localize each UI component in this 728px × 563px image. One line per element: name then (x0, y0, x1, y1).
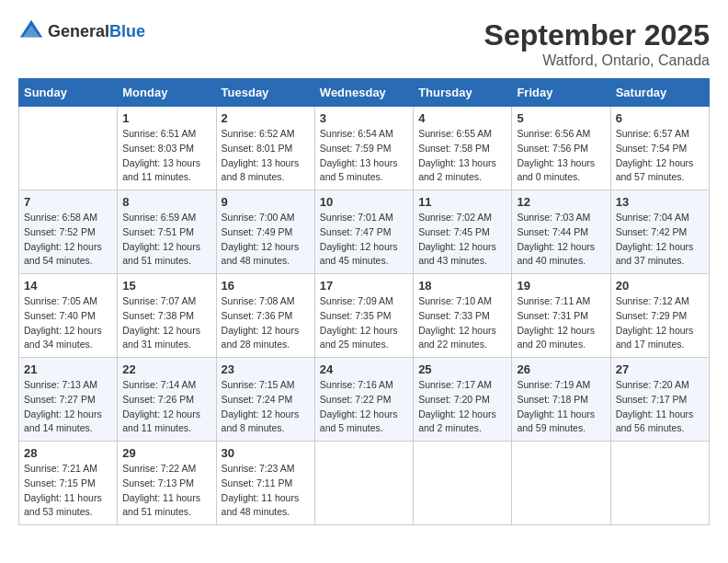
day-number: 13 (616, 195, 704, 209)
day-number: 14 (24, 279, 112, 293)
month-year-title: September 2025 (484, 18, 710, 52)
day-info: Sunrise: 7:03 AMSunset: 7:44 PMDaylight:… (517, 211, 605, 269)
day-number: 24 (320, 362, 408, 376)
day-number: 26 (517, 362, 605, 376)
calendar-cell: 25Sunrise: 7:17 AMSunset: 7:20 PMDayligh… (414, 358, 512, 442)
calendar-cell: 4Sunrise: 6:55 AMSunset: 7:58 PMDaylight… (414, 107, 512, 190)
column-header-thursday: Thursday (414, 79, 512, 107)
day-number: 25 (418, 362, 506, 376)
day-info: Sunrise: 7:14 AMSunset: 7:26 PMDaylight:… (122, 378, 210, 436)
calendar-cell (610, 442, 709, 525)
day-info: Sunrise: 7:01 AMSunset: 7:47 PMDaylight:… (320, 211, 408, 269)
calendar-table: SundayMondayTuesdayWednesdayThursdayFrid… (18, 78, 710, 525)
logo-general-text: General (48, 22, 109, 40)
location-subtitle: Watford, Ontario, Canada (484, 52, 710, 69)
day-number: 7 (24, 195, 112, 209)
day-info: Sunrise: 6:54 AMSunset: 7:59 PMDaylight:… (320, 127, 408, 185)
day-info: Sunrise: 7:15 AMSunset: 7:24 PMDaylight:… (222, 378, 310, 436)
calendar-week-row: 21Sunrise: 7:13 AMSunset: 7:27 PMDayligh… (19, 358, 710, 442)
day-number: 12 (517, 195, 605, 209)
day-number: 8 (122, 195, 210, 209)
day-info: Sunrise: 7:11 AMSunset: 7:31 PMDaylight:… (517, 294, 605, 352)
day-number: 28 (24, 446, 112, 460)
day-number: 6 (616, 111, 704, 125)
column-header-wednesday: Wednesday (314, 79, 413, 107)
day-number: 23 (222, 362, 310, 376)
calendar-cell: 13Sunrise: 7:04 AMSunset: 7:42 PMDayligh… (610, 190, 709, 274)
day-number: 2 (222, 111, 310, 125)
day-number: 3 (320, 111, 408, 125)
day-info: Sunrise: 7:16 AMSunset: 7:22 PMDaylight:… (320, 378, 408, 436)
calendar-cell: 29Sunrise: 7:22 AMSunset: 7:13 PMDayligh… (118, 442, 216, 525)
calendar-week-row: 7Sunrise: 6:58 AMSunset: 7:52 PMDaylight… (19, 190, 710, 274)
day-info: Sunrise: 6:52 AMSunset: 8:01 PMDaylight:… (222, 127, 310, 185)
day-info: Sunrise: 6:57 AMSunset: 7:54 PMDaylight:… (616, 127, 704, 185)
page-header: GeneralBlue September 2025 Watford, Onta… (18, 18, 710, 69)
calendar-week-row: 14Sunrise: 7:05 AMSunset: 7:40 PMDayligh… (19, 274, 710, 358)
calendar-cell: 30Sunrise: 7:23 AMSunset: 7:11 PMDayligh… (216, 442, 314, 525)
calendar-cell: 14Sunrise: 7:05 AMSunset: 7:40 PMDayligh… (19, 274, 118, 358)
day-info: Sunrise: 7:12 AMSunset: 7:29 PMDaylight:… (616, 294, 704, 352)
day-info: Sunrise: 7:04 AMSunset: 7:42 PMDaylight:… (616, 211, 704, 269)
calendar-cell: 10Sunrise: 7:01 AMSunset: 7:47 PMDayligh… (314, 190, 413, 274)
calendar-cell: 24Sunrise: 7:16 AMSunset: 7:22 PMDayligh… (314, 358, 413, 442)
calendar-cell: 5Sunrise: 6:56 AMSunset: 7:56 PMDaylight… (512, 107, 610, 190)
day-info: Sunrise: 7:13 AMSunset: 7:27 PMDaylight:… (24, 378, 112, 436)
day-info: Sunrise: 6:59 AMSunset: 7:51 PMDaylight:… (122, 211, 210, 269)
day-info: Sunrise: 7:09 AMSunset: 7:35 PMDaylight:… (320, 294, 408, 352)
calendar-cell: 2Sunrise: 6:52 AMSunset: 8:01 PMDaylight… (216, 107, 314, 190)
calendar-header-row: SundayMondayTuesdayWednesdayThursdayFrid… (19, 79, 710, 107)
day-number: 9 (222, 195, 310, 209)
calendar-cell: 1Sunrise: 6:51 AMSunset: 8:03 PMDaylight… (118, 107, 216, 190)
column-header-tuesday: Tuesday (216, 79, 314, 107)
day-info: Sunrise: 6:55 AMSunset: 7:58 PMDaylight:… (418, 127, 506, 185)
day-info: Sunrise: 7:07 AMSunset: 7:38 PMDaylight:… (122, 294, 210, 352)
calendar-cell: 19Sunrise: 7:11 AMSunset: 7:31 PMDayligh… (512, 274, 610, 358)
day-number: 18 (418, 279, 506, 293)
day-info: Sunrise: 7:17 AMSunset: 7:20 PMDaylight:… (418, 378, 506, 436)
day-number: 27 (616, 362, 704, 376)
day-info: Sunrise: 7:05 AMSunset: 7:40 PMDaylight:… (24, 294, 112, 352)
title-block: September 2025 Watford, Ontario, Canada (484, 18, 710, 69)
day-number: 29 (122, 446, 210, 460)
day-info: Sunrise: 7:02 AMSunset: 7:45 PMDaylight:… (418, 211, 506, 269)
day-info: Sunrise: 7:00 AMSunset: 7:49 PMDaylight:… (222, 211, 310, 269)
logo-blue-text: Blue (109, 22, 145, 40)
column-header-monday: Monday (118, 79, 216, 107)
calendar-cell (512, 442, 610, 525)
logo: GeneralBlue (18, 18, 145, 44)
calendar-cell: 23Sunrise: 7:15 AMSunset: 7:24 PMDayligh… (216, 358, 314, 442)
day-info: Sunrise: 7:22 AMSunset: 7:13 PMDaylight:… (122, 462, 210, 520)
day-info: Sunrise: 7:08 AMSunset: 7:36 PMDaylight:… (222, 294, 310, 352)
day-info: Sunrise: 7:10 AMSunset: 7:33 PMDaylight:… (418, 294, 506, 352)
calendar-cell: 20Sunrise: 7:12 AMSunset: 7:29 PMDayligh… (610, 274, 709, 358)
day-number: 11 (418, 195, 506, 209)
calendar-cell (19, 107, 118, 190)
day-info: Sunrise: 6:58 AMSunset: 7:52 PMDaylight:… (24, 211, 112, 269)
calendar-cell (414, 442, 512, 525)
calendar-week-row: 1Sunrise: 6:51 AMSunset: 8:03 PMDaylight… (19, 107, 710, 190)
day-number: 5 (517, 111, 605, 125)
calendar-cell: 27Sunrise: 7:20 AMSunset: 7:17 PMDayligh… (610, 358, 709, 442)
day-info: Sunrise: 7:23 AMSunset: 7:11 PMDaylight:… (222, 462, 310, 520)
column-header-sunday: Sunday (19, 79, 118, 107)
logo-icon (18, 18, 44, 44)
day-number: 15 (122, 279, 210, 293)
day-info: Sunrise: 6:51 AMSunset: 8:03 PMDaylight:… (122, 127, 210, 185)
day-number: 4 (418, 111, 506, 125)
day-number: 1 (122, 111, 210, 125)
day-info: Sunrise: 6:56 AMSunset: 7:56 PMDaylight:… (517, 127, 605, 185)
column-header-saturday: Saturday (610, 79, 709, 107)
day-number: 17 (320, 279, 408, 293)
day-number: 22 (122, 362, 210, 376)
calendar-cell: 16Sunrise: 7:08 AMSunset: 7:36 PMDayligh… (216, 274, 314, 358)
column-header-friday: Friday (512, 79, 610, 107)
calendar-cell: 21Sunrise: 7:13 AMSunset: 7:27 PMDayligh… (19, 358, 118, 442)
day-number: 30 (222, 446, 310, 460)
day-number: 16 (222, 279, 310, 293)
calendar-cell (314, 442, 413, 525)
calendar-cell: 12Sunrise: 7:03 AMSunset: 7:44 PMDayligh… (512, 190, 610, 274)
calendar-cell: 15Sunrise: 7:07 AMSunset: 7:38 PMDayligh… (118, 274, 216, 358)
calendar-cell: 28Sunrise: 7:21 AMSunset: 7:15 PMDayligh… (19, 442, 118, 525)
day-number: 19 (517, 279, 605, 293)
